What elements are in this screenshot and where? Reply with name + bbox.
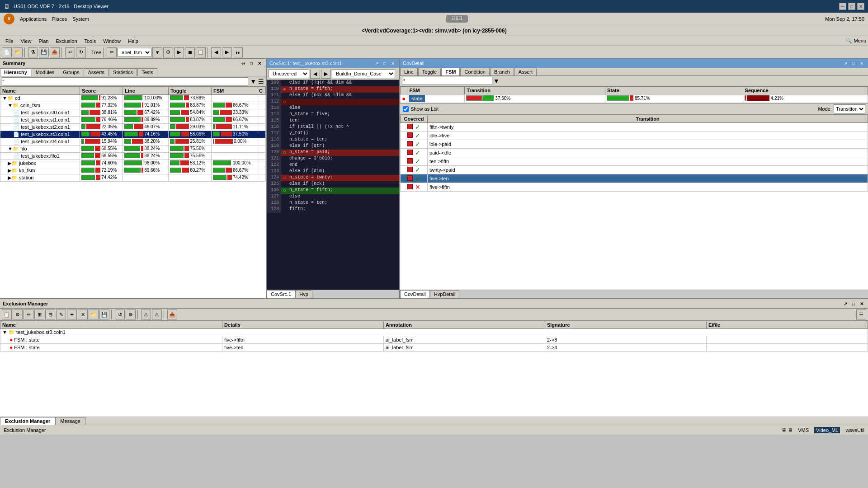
tab-toggle[interactable]: Toggle — [418, 68, 441, 75]
expand-icon[interactable]: ▶ — [8, 168, 11, 173]
excl-btn-delete[interactable]: ✕ — [78, 310, 88, 319]
excl-btn-export[interactable]: 📤 — [167, 310, 177, 319]
src-nav-next[interactable]: ▶ — [321, 69, 331, 79]
tree-row[interactable]: 📄 test_jukebox.fifo1 68.55% 88.24% 75.56… — [0, 153, 266, 160]
summary-icon-2[interactable]: □ — [248, 60, 255, 67]
excl-btn-10[interactable]: ⚙ — [126, 310, 136, 319]
tab-groups[interactable]: Groups — [59, 68, 83, 76]
tab-condition[interactable]: Condition — [460, 68, 489, 75]
tab-assert[interactable]: Assert — [514, 68, 537, 75]
transition-row[interactable]: ✓ idle->paid — [401, 140, 868, 149]
footer-tab-msg[interactable]: Message — [55, 417, 85, 425]
tree-row[interactable]: 📄 test_jukebox.st4.coin1 15.94% 38.20% 2… — [0, 138, 266, 145]
tree-row[interactable]: 📄 test_jukebox.st3.coin1 43.45% 74.16% 5… — [0, 131, 266, 138]
menu-applications[interactable]: Applications — [20, 16, 47, 22]
exclusion-row[interactable]: ▼ 📁 test_jukebox.st3.coin1 — [0, 329, 868, 336]
tree-row[interactable]: ▶📁 kp_fsm 72.19% 89.66% 60.27% — [0, 167, 266, 174]
menu-view[interactable]: View — [17, 38, 35, 45]
menu-exclusion[interactable]: Exclusion — [52, 38, 80, 45]
excl-btn-9[interactable]: ↺ — [115, 310, 125, 319]
excl-icon-2[interactable]: □ — [850, 300, 857, 307]
transition-row[interactable]: ✕ five->fiftn — [401, 183, 868, 192]
open-button[interactable]: 📂 — [13, 47, 23, 57]
transition-row[interactable]: ✓ ten->fiftn — [401, 157, 868, 166]
bottom-tab-covdetail[interactable]: CovDetail — [400, 290, 430, 298]
excl-btn-5[interactable]: ✎ — [56, 310, 66, 319]
excl-btn-warn2[interactable]: ⚠ — [152, 310, 162, 319]
tab-tests[interactable]: Tests — [137, 68, 157, 76]
excl-btn-1[interactable]: 📋 — [2, 310, 12, 319]
excl-btn-edit[interactable]: ✏ — [24, 310, 33, 319]
export-button[interactable]: 📤 — [50, 47, 60, 57]
src-nav-prev[interactable]: ◀ — [310, 69, 320, 79]
close-button[interactable]: ✕ — [857, 3, 864, 10]
transition-row[interactable]: ✓ twnty->paid — [401, 166, 868, 174]
excl-btn-2[interactable]: ⚙ — [13, 310, 23, 319]
expand-icon[interactable]: ▶ — [8, 175, 11, 180]
nav-btn-2[interactable]: ▶ — [222, 47, 232, 57]
menu-places[interactable]: Places — [52, 16, 67, 22]
hierarchy-filter[interactable] — [2, 77, 248, 85]
expand-icon[interactable]: ▼ — [8, 146, 13, 151]
nav-btn-3[interactable]: ⏭ — [233, 47, 243, 57]
save-button[interactable]: 💾 — [39, 47, 49, 57]
tab-line[interactable]: Line — [400, 68, 418, 75]
cov-icon-1[interactable]: ↗ — [842, 60, 849, 67]
build-dropdown[interactable]: BuildIn_Demo_Case — [332, 69, 395, 78]
new-button[interactable]: 📄 — [2, 47, 12, 57]
bottom-tab-hvpdetail[interactable]: HvpDetail — [430, 290, 460, 298]
fsm-row[interactable]: ● state 37.50% — [401, 94, 868, 103]
filter-icon[interactable]: ▼ — [250, 78, 256, 85]
menu-plan[interactable]: Plan — [35, 38, 52, 45]
tree-row[interactable]: 📄 test_jukebox.st2.coin1 22.35% 46.07% 2… — [0, 124, 266, 131]
fsm-dropdown[interactable]: abel_fsm — [118, 48, 151, 57]
tab-modules[interactable]: Modules — [32, 68, 59, 76]
tree-row[interactable]: 📄 test_jukebox.st1.coin1 76.46% 89.89% 8… — [0, 117, 266, 124]
refresh-button[interactable]: ↻ — [76, 47, 86, 57]
source-tab-hvp[interactable]: Hvp — [295, 290, 312, 298]
tab-hierarchy[interactable]: Hierarchy — [0, 68, 31, 76]
summary-icon-1[interactable]: ⇔ — [240, 60, 247, 67]
mode-dropdown[interactable]: Transition State — [834, 104, 865, 113]
menu-help[interactable]: Help — [124, 38, 142, 45]
menu-system[interactable]: System — [72, 16, 89, 22]
excl-btn-8[interactable]: 💾 — [99, 310, 109, 319]
cov-icon-2[interactable]: □ — [850, 60, 857, 67]
transition-row[interactable]: ✓ fiftn->twnty — [401, 123, 868, 131]
source-tab-covsrc[interactable]: CovSrc.1 — [267, 290, 295, 298]
maximize-button[interactable]: □ — [848, 3, 855, 10]
transition-row[interactable]: ✓ paid->idle — [401, 149, 868, 157]
expand-icon[interactable]: ▼ — [8, 103, 13, 108]
summary-close[interactable]: ✕ — [256, 60, 263, 67]
excl-btn-7[interactable]: 📁 — [89, 310, 99, 319]
source-area[interactable]: 109 else if (!qtr && dim && 110 ● n_stat… — [267, 80, 399, 290]
transition-row[interactable]: ✓ five->ten — [401, 174, 868, 183]
cov-filter-input[interactable] — [402, 77, 492, 85]
transition-row[interactable]: ✓ idle->five — [401, 131, 868, 140]
tree-row[interactable]: 📄 test_jukebox.st0.coin1 38.81% 67.42% 5… — [0, 109, 266, 117]
minimize-button[interactable]: ─ — [839, 3, 846, 10]
uncovered-dropdown[interactable]: Uncovered — [269, 69, 309, 78]
exclusion-row[interactable]: ● FSM : state five->fiftn ai_label_fsm 2… — [0, 336, 868, 344]
excl-btn-3[interactable]: ⊞ — [34, 310, 44, 319]
expand-icon[interactable]: ▶ — [8, 160, 11, 166]
exclusion-row[interactable]: ● FSM : state five->ten ai_label_fsm 2->… — [0, 344, 868, 352]
cov-close[interactable]: ✕ — [858, 60, 865, 67]
tab-branch[interactable]: Branch — [490, 68, 514, 75]
source-icon-2[interactable]: □ — [381, 60, 388, 67]
tab-fsm[interactable]: FSM — [441, 68, 460, 75]
excl-close[interactable]: ✕ — [858, 300, 865, 307]
menu-file[interactable]: File — [2, 38, 17, 45]
tree-row[interactable]: ▼📁 cd 91.23% 100.00% 73.68% — [0, 95, 266, 102]
tree-row[interactable]: ▶📁 station 74.42% 74.42% — [0, 174, 266, 182]
menu-window[interactable]: Window — [99, 38, 124, 45]
show-as-list-checkbox[interactable] — [403, 106, 409, 112]
tree-row[interactable]: ▼📁 coin_fsm 77.32% 91.01% 83.87% — [0, 102, 266, 109]
list-icon[interactable]: ☰ — [258, 78, 264, 85]
excl-btn-4[interactable]: ⊟ — [45, 310, 55, 319]
footer-tab-excl[interactable]: Exclusion Manager — [0, 417, 55, 425]
excl-btn-warn[interactable]: ⚠ — [141, 310, 151, 319]
nav-btn-1[interactable]: ◀ — [211, 47, 221, 57]
tab-asserts[interactable]: Asserts — [84, 68, 108, 76]
tree-row[interactable]: ▶📁 jukebox 74.60% 96.00% 53.12% — [0, 160, 266, 167]
